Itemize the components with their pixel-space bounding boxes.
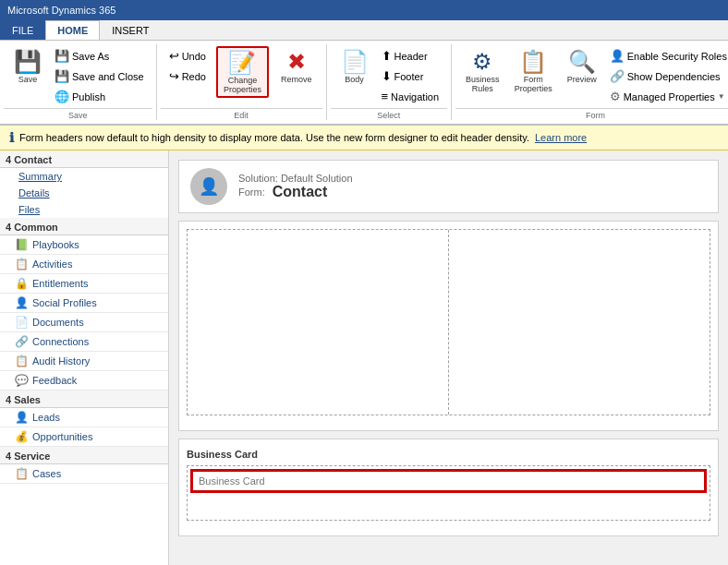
form-column-right	[449, 230, 710, 415]
leads-icon: 👤	[15, 411, 29, 424]
sidebar-item-playbooks[interactable]: 📗 Playbooks	[0, 235, 168, 255]
save-label: Save	[18, 75, 38, 84]
change-properties-label: ChangeProperties	[224, 76, 261, 94]
redo-button[interactable]: ↪ Redo	[164, 66, 211, 86]
sidebar-item-social-profiles[interactable]: 👤 Social Profiles	[0, 294, 168, 313]
business-rules-icon: ⚙	[472, 49, 492, 75]
change-properties-button[interactable]: 📝 ChangeProperties	[216, 46, 269, 98]
activities-icon: 📋	[15, 258, 29, 270]
learn-more-link[interactable]: Learn more	[535, 132, 587, 143]
form-settings-col: 👤 Enable Security Roles 🔗 Show Dependenc…	[605, 46, 728, 106]
sidebar: 4 Contact Summary Details Files 4 Common…	[0, 150, 169, 565]
tab-insert[interactable]: INSERT	[100, 20, 161, 40]
sidebar-item-feedback[interactable]: 💬 Feedback	[0, 371, 168, 391]
save-button[interactable]: 💾 Save	[7, 46, 48, 87]
edit-group-items: ↩ Undo ↪ Redo 📝 ChangeProperties ✖ Remov…	[161, 44, 322, 100]
entitlements-icon: 🔒	[15, 277, 29, 290]
audit-history-label: Audit History	[32, 355, 90, 367]
form-properties-icon: 📋	[519, 49, 547, 75]
footer-label: Footer	[394, 71, 424, 82]
form-name-row: Form: Contact	[238, 184, 353, 200]
tab-file[interactable]: FILE	[0, 20, 45, 40]
body-icon: 📄	[341, 49, 369, 75]
contact-avatar: 👤	[190, 168, 227, 205]
save-close-button[interactable]: 💾 Save and Close	[50, 66, 149, 86]
publish-icon: 🌐	[55, 90, 69, 103]
connections-icon: 🔗	[15, 335, 29, 348]
header-icon: ⬆	[382, 49, 392, 63]
navigation-icon: ≡	[382, 90, 389, 103]
edit-group-label: Edit	[161, 108, 322, 120]
ribbon-group-save: 💾 Save 💾 Save As 💾 Save and Close 🌐 Publ…	[0, 44, 157, 120]
preview-button[interactable]: 🔍 Preview	[561, 46, 603, 87]
opportunities-icon: 💰	[15, 430, 29, 443]
change-properties-icon: 📝	[228, 50, 256, 76]
cases-label: Cases	[32, 468, 61, 479]
form-name: Contact	[273, 184, 328, 200]
save-as-button[interactable]: 💾 Save As	[50, 46, 149, 66]
show-dependencies-button[interactable]: 🔗 Show Dependencies	[605, 66, 728, 86]
footer-icon: ⬇	[382, 69, 392, 83]
form-group-items: ⚙ BusinessRules 📋 FormProperties 🔍 Previ…	[455, 44, 728, 108]
undo-button[interactable]: ↩ Undo	[164, 46, 211, 66]
tab-home[interactable]: HOME	[45, 20, 100, 40]
header-label: Header	[394, 51, 428, 62]
managed-properties-button[interactable]: ⚙ Managed Properties ▼	[605, 87, 728, 106]
business-rules-button[interactable]: ⚙ BusinessRules	[459, 46, 506, 96]
sidebar-item-leads[interactable]: 👤 Leads	[0, 408, 168, 427]
sidebar-section-sales: 4 Sales 👤 Leads 💰 Opportunities	[0, 391, 168, 447]
sidebar-item-entitlements[interactable]: 🔒 Entitlements	[0, 274, 168, 294]
sidebar-item-details[interactable]: Details	[0, 185, 168, 201]
entitlements-label: Entitlements	[32, 278, 89, 289]
sidebar-item-opportunities[interactable]: 💰 Opportunities	[0, 427, 168, 447]
sidebar-item-audit-history[interactable]: 📋 Audit History	[0, 352, 168, 371]
form-properties-label: FormProperties	[515, 75, 552, 93]
sidebar-item-files[interactable]: Files	[0, 201, 168, 218]
documents-label: Documents	[32, 317, 84, 328]
leads-label: Leads	[32, 412, 60, 423]
ribbon-group-form: ⚙ BusinessRules 📋 FormProperties 🔍 Previ…	[452, 44, 728, 120]
documents-icon: 📄	[15, 316, 29, 329]
ribbon-content: 💾 Save 💾 Save As 💾 Save and Close 🌐 Publ…	[0, 41, 728, 126]
title-bar: Microsoft Dynamics 365	[0, 0, 728, 20]
redo-icon: ↪	[169, 69, 179, 83]
select-group-items: 📄 Body ⬆ Header ⬇ Footer ≡ Navigation	[331, 44, 448, 108]
playbooks-icon: 📗	[15, 238, 29, 251]
form-group-label: Form	[455, 108, 728, 120]
title-text: Microsoft Dynamics 365	[7, 5, 115, 16]
header-button[interactable]: ⬆ Header	[377, 46, 444, 66]
form-section-inner	[188, 230, 710, 415]
save-as-icon: 💾	[55, 49, 69, 63]
solution-value: Default Solution	[281, 173, 353, 184]
managed-properties-arrow: ▼	[718, 92, 725, 101]
navigation-button[interactable]: ≡ Navigation	[377, 87, 444, 106]
sales-section-header: 4 Sales	[0, 391, 168, 408]
sidebar-item-connections[interactable]: 🔗 Connections	[0, 332, 168, 352]
form-column-left	[188, 230, 449, 415]
sidebar-item-cases[interactable]: 📋 Cases	[0, 464, 168, 484]
redo-label: Redo	[182, 71, 206, 82]
dependencies-icon: 🔗	[610, 69, 625, 83]
sidebar-item-summary[interactable]: Summary	[0, 168, 168, 185]
feedback-label: Feedback	[32, 375, 77, 386]
business-rules-label: BusinessRules	[466, 75, 500, 93]
solution-row: Solution: Default Solution	[238, 173, 353, 184]
social-profiles-icon: 👤	[15, 296, 29, 309]
save-group-items: 💾 Save 💾 Save As 💾 Save and Close 🌐 Publ…	[4, 44, 152, 108]
publish-button[interactable]: 🌐 Publish	[50, 87, 149, 106]
managed-properties-label: Managed Properties	[624, 91, 715, 102]
enable-security-button[interactable]: 👤 Enable Security Roles	[605, 46, 728, 66]
business-card-section: Business Card	[187, 447, 710, 521]
remove-button[interactable]: ✖ Remove	[274, 46, 319, 87]
form-properties-button[interactable]: 📋 FormProperties	[508, 46, 559, 96]
sidebar-item-documents[interactable]: 📄 Documents	[0, 313, 168, 332]
footer-button[interactable]: ⬇ Footer	[377, 66, 444, 86]
security-icon: 👤	[610, 49, 625, 63]
business-card-input[interactable]	[191, 470, 706, 492]
main-layout: 4 Contact Summary Details Files 4 Common…	[0, 150, 728, 565]
body-button[interactable]: 📄 Body	[334, 46, 375, 87]
sidebar-section-common: 4 Common 📗 Playbooks 📋 Activities 🔒 Enti…	[0, 218, 168, 391]
audit-history-icon: 📋	[15, 355, 29, 367]
sidebar-item-activities[interactable]: 📋 Activities	[0, 255, 168, 274]
common-section-header: 4 Common	[0, 218, 168, 235]
